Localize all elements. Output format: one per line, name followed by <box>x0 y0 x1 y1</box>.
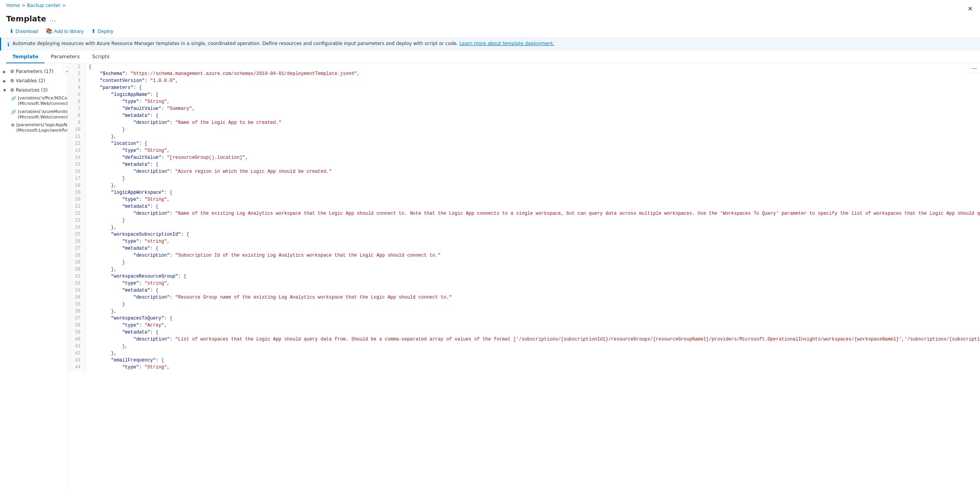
line-code: } <box>85 217 980 224</box>
chevron-down-icon-res: ▼ <box>3 88 9 92</box>
line-number: 21 <box>68 203 85 210</box>
line-code: "emailFrequency": { <box>85 357 980 364</box>
tree-section-variables-header[interactable]: ▶ ⚙ Variables (2) <box>0 76 68 85</box>
code-controls: — <box>968 63 980 73</box>
line-number: 17 <box>68 175 85 182</box>
table-row: 19 "logicAppWorkspace": { <box>68 189 980 196</box>
line-number: 12 <box>68 140 85 147</box>
line-number: 30 <box>68 266 85 273</box>
resource-item-3[interactable]: ⚙ [parameters('logicAppName')](Microsoft… <box>0 121 68 135</box>
code-editor[interactable]: — 1{2 "$schema": "https://schema.managem… <box>68 63 980 490</box>
table-row: 14 "defaultValue": "[resourceGroup().loc… <box>68 154 980 161</box>
line-number: 6 <box>68 98 85 105</box>
table-row: 39 "metadata": { <box>68 329 980 336</box>
tree-section-parameters-header[interactable]: ▶ ⚙ Parameters (17) <box>0 67 68 76</box>
deploy-button[interactable]: ⬆ Deploy <box>88 26 116 36</box>
table-row: 32 "type": "string", <box>68 280 980 287</box>
table-row: 12 "location": { <box>68 140 980 147</box>
table-row: 43 "emailFrequency": { <box>68 357 980 364</box>
tabs-bar: Template Parameters Scripts <box>0 50 980 63</box>
chevron-right-icon: ▶ <box>3 70 9 74</box>
table-row: 11 }, <box>68 133 980 140</box>
resource-item-1[interactable]: 🔗 [variables('office365ConnectionNa...(M… <box>0 94 68 108</box>
table-row: 8 "metadata": { <box>68 112 980 119</box>
tab-scripts[interactable]: Scripts <box>86 50 116 63</box>
line-code: } <box>85 126 980 133</box>
table-row: 1{ <box>68 63 980 70</box>
line-code: "description": "Name of the existing Log… <box>85 210 980 217</box>
line-number: 32 <box>68 280 85 287</box>
line-number: 42 <box>68 350 85 357</box>
close-button[interactable]: ✕ <box>964 3 975 14</box>
table-row: 7 "defaultValue": "Summary", <box>68 105 980 112</box>
variables-icon: ⚙ <box>10 78 14 83</box>
line-number: 5 <box>68 91 85 98</box>
line-code: "metadata": { <box>85 203 980 210</box>
tree-section-resources: ▼ ⚙ Resources (3) 🔗 [variables('office36… <box>0 86 68 135</box>
line-number: 1 <box>68 63 85 70</box>
table-row: 42 }, <box>68 350 980 357</box>
minimize-button[interactable]: — <box>971 65 977 71</box>
table-row: 4 "parameters": { <box>68 84 980 91</box>
breadcrumb-sep2: > <box>62 3 66 8</box>
line-number: 10 <box>68 126 85 133</box>
page-title: Template <box>6 14 46 23</box>
table-row: 21 "metadata": { <box>68 203 980 210</box>
table-row: 36 }, <box>68 308 980 315</box>
line-code: "workspaceResourceGroup": { <box>85 273 980 280</box>
line-code: { <box>85 63 980 70</box>
line-number: 23 <box>68 217 85 224</box>
resource-item-1-text: [variables('office365ConnectionNa...(Mic… <box>18 96 68 107</box>
download-icon: ⬇ <box>9 28 14 34</box>
table-row: 18 }, <box>68 182 980 189</box>
line-number: 26 <box>68 238 85 245</box>
line-number: 18 <box>68 182 85 189</box>
table-row: 30 }, <box>68 266 980 273</box>
table-row: 37 "workspacesToQuery": { <box>68 315 980 322</box>
table-row: 6 "type": "String", <box>68 98 980 105</box>
line-code: "description": "Subscription Id of the e… <box>85 252 980 259</box>
resource-item-3-text: [parameters('logicAppName')](Microsoft.L… <box>16 122 68 134</box>
line-code: "location": { <box>85 140 980 147</box>
resource-item-2-text: [variables('azureMonitorLogsConn...(Micr… <box>18 109 68 120</box>
line-code: "type": "string", <box>85 280 980 287</box>
resources-icon: ⚙ <box>10 87 14 93</box>
line-code: "type": "String", <box>85 147 980 154</box>
page-header: Template ... <box>0 11 980 25</box>
add-to-library-button[interactable]: 📚 Add to library <box>43 26 87 36</box>
table-row: 9 "description": "Name of the Logic App … <box>68 119 980 126</box>
table-row: 20 "type": "String", <box>68 196 980 203</box>
chevron-right-icon-vars: ▶ <box>3 79 9 83</box>
tab-template[interactable]: Template <box>6 50 45 63</box>
download-button[interactable]: ⬇ Download <box>6 26 41 36</box>
line-number: 20 <box>68 196 85 203</box>
tab-parameters[interactable]: Parameters <box>45 50 86 63</box>
info-learn-more-link[interactable]: Learn more about template deployment. <box>459 41 554 46</box>
line-number: 44 <box>68 364 85 371</box>
code-table: 1{2 "$schema": "https://schema.managemen… <box>68 63 980 371</box>
line-number: 37 <box>68 315 85 322</box>
line-code: "contentVersion": "1.0.0.0", <box>85 77 980 84</box>
connection-icon-2: 🔗 <box>11 109 16 115</box>
table-row: 22 "description": "Name of the existing … <box>68 210 980 217</box>
line-code: "metadata": { <box>85 329 980 336</box>
line-number: 3 <box>68 77 85 84</box>
line-number: 16 <box>68 168 85 175</box>
tree-section-resources-header[interactable]: ▼ ⚙ Resources (3) <box>0 86 68 94</box>
line-number: 9 <box>68 119 85 126</box>
more-options-icon[interactable]: ... <box>49 15 56 23</box>
deploy-label: Deploy <box>97 28 113 34</box>
line-code: "type": "Array", <box>85 322 980 329</box>
line-number: 40 <box>68 336 85 343</box>
table-row: 28 "description": "Subscription Id of th… <box>68 252 980 259</box>
line-code: }, <box>85 266 980 273</box>
breadcrumb-parent[interactable]: Backup center <box>27 3 61 8</box>
table-row: 34 "description": "Resource Group name o… <box>68 294 980 301</box>
tree-section-variables: ▶ ⚙ Variables (2) <box>0 76 68 85</box>
table-row: 33 "metadata": { <box>68 287 980 294</box>
line-number: 22 <box>68 210 85 217</box>
breadcrumb-home[interactable]: Home <box>6 3 20 8</box>
resource-item-2[interactable]: 🔗 [variables('azureMonitorLogsConn...(Mi… <box>0 108 68 122</box>
tree-section-parameters: ▶ ⚙ Parameters (17) <box>0 67 68 76</box>
line-code: "workspacesToQuery": { <box>85 315 980 322</box>
